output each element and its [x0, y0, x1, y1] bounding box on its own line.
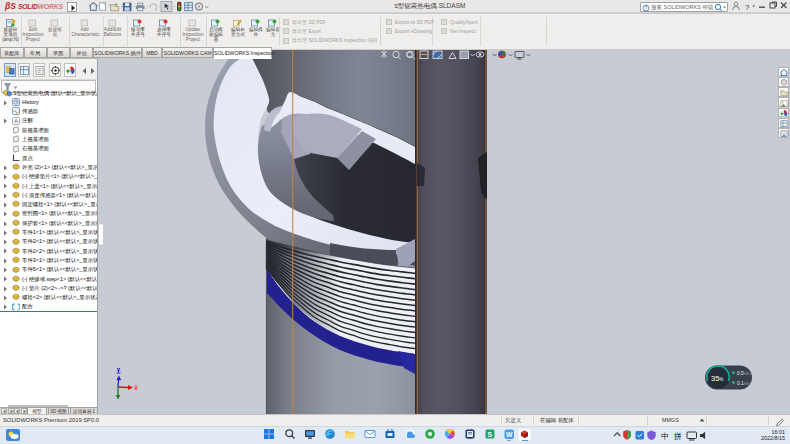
svg-text:0.5KB/s: 0.5KB/s: [737, 371, 751, 376]
svg-text:0.1KB/s: 0.1KB/s: [737, 381, 751, 386]
svg-text:W: W: [506, 431, 513, 438]
svg-text:?: ?: [645, 5, 648, 11]
svg-text:A: A: [14, 118, 18, 124]
svg-text:中: 中: [661, 432, 669, 441]
svg-text:拼: 拼: [673, 432, 682, 441]
svg-text:S: S: [488, 431, 493, 438]
svg-text:?: ?: [745, 3, 750, 12]
